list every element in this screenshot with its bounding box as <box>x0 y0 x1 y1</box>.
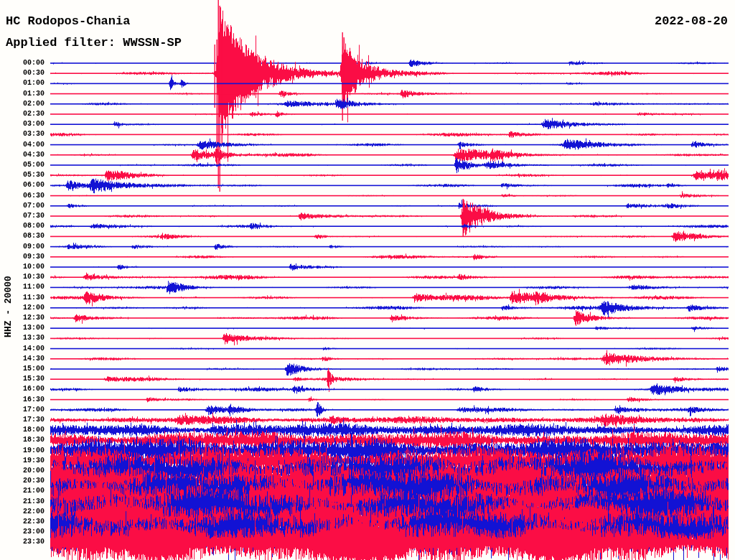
time-label-1300: 13:00 <box>0 324 45 332</box>
time-label-2330: 23:30 <box>0 538 45 546</box>
time-label-0330: 03:30 <box>0 130 45 138</box>
seismogram-page: HC Rodopos-Chania Applied filter: WWSSN-… <box>0 0 735 560</box>
time-label-1230: 12:30 <box>0 314 45 322</box>
time-label-1930: 19:30 <box>0 457 45 465</box>
time-label-2030: 20:30 <box>0 477 45 485</box>
time-label-1700: 17:00 <box>0 406 45 414</box>
time-label-1400: 14:00 <box>0 345 45 353</box>
time-label-0100: 01:00 <box>0 79 45 87</box>
time-label-2000: 20:00 <box>0 467 45 475</box>
time-label-0930: 09:30 <box>0 253 45 261</box>
record-date: 2022-08-20 <box>655 14 728 28</box>
time-label-0700: 07:00 <box>0 202 45 210</box>
time-label-0130: 01:30 <box>0 90 45 98</box>
time-label-1730: 17:30 <box>0 416 45 424</box>
time-label-0530: 05:30 <box>0 171 45 179</box>
applied-filter-label: Applied filter: WWSSN-SP <box>6 36 182 50</box>
time-label-1030: 10:30 <box>0 273 45 281</box>
time-label-1630: 16:30 <box>0 396 45 403</box>
time-label-1430: 14:30 <box>0 355 45 363</box>
time-label-0900: 09:00 <box>0 243 45 251</box>
time-label-0400: 04:00 <box>0 141 45 149</box>
time-label-1900: 19:00 <box>0 447 45 454</box>
helicorder-traces-canvas <box>0 0 735 560</box>
time-label-0500: 05:00 <box>0 161 45 169</box>
time-label-1800: 18:00 <box>0 426 45 434</box>
time-label-0430: 04:30 <box>0 151 45 159</box>
time-label-0000: 00:00 <box>0 59 45 67</box>
station-title: HC Rodopos-Chania <box>6 14 130 28</box>
time-label-1130: 11:30 <box>0 294 45 302</box>
time-label-0630: 06:30 <box>0 192 45 200</box>
time-label-1600: 16:00 <box>0 385 45 393</box>
time-label-0600: 06:00 <box>0 181 45 189</box>
time-label-1830: 18:30 <box>0 436 45 444</box>
time-label-1200: 12:00 <box>0 304 45 312</box>
time-label-0730: 07:30 <box>0 212 45 220</box>
time-label-2200: 22:00 <box>0 508 45 515</box>
time-label-1000: 10:00 <box>0 263 45 271</box>
time-label-0230: 02:30 <box>0 110 45 118</box>
time-label-0800: 08:00 <box>0 222 45 230</box>
time-label-1530: 15:30 <box>0 375 45 383</box>
time-label-1500: 15:00 <box>0 365 45 373</box>
time-label-2300: 23:00 <box>0 528 45 536</box>
time-label-0830: 08:30 <box>0 232 45 240</box>
time-label-2100: 21:00 <box>0 487 45 495</box>
time-label-1330: 13:30 <box>0 334 45 342</box>
time-label-1100: 11:00 <box>0 283 45 291</box>
time-label-2230: 22:30 <box>0 518 45 526</box>
time-label-0300: 03:00 <box>0 120 45 128</box>
time-label-0200: 02:00 <box>0 100 45 108</box>
time-label-0030: 00:30 <box>0 69 45 77</box>
time-label-2130: 21:30 <box>0 498 45 505</box>
